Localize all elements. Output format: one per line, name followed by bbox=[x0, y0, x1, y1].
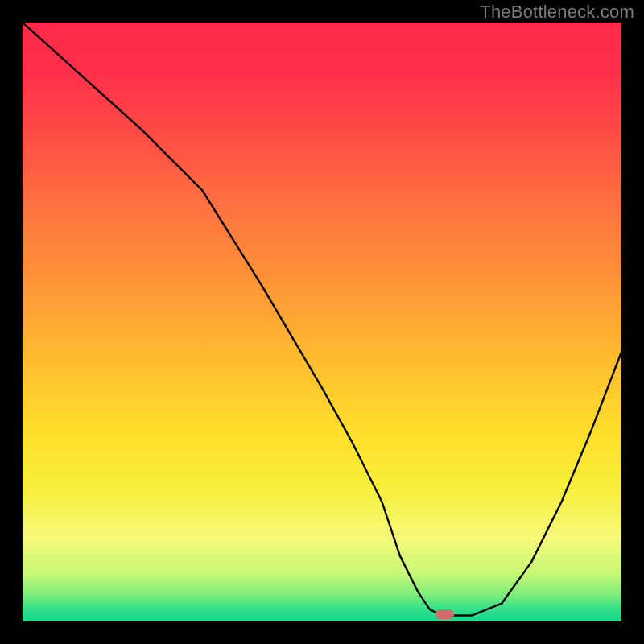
optimum-marker bbox=[436, 609, 455, 619]
chart-svg bbox=[23, 23, 621, 621]
gradient-rect bbox=[23, 23, 621, 621]
watermark-text: TheBottleneck.com bbox=[480, 2, 634, 23]
plot-area bbox=[23, 23, 621, 621]
chart-frame: TheBottleneck.com bbox=[0, 0, 644, 644]
